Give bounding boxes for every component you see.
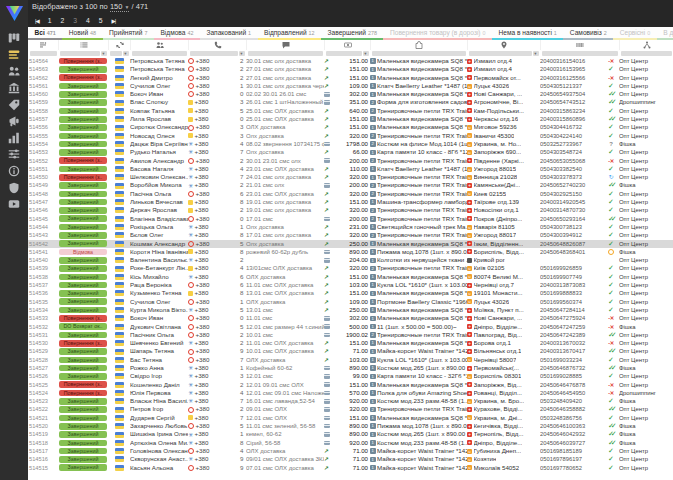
tab-завершений[interactable]: Завершений278 bbox=[321, 27, 383, 40]
sidebar-item-contacts-icon[interactable] bbox=[6, 65, 22, 78]
filter-input[interactable] bbox=[372, 51, 466, 56]
sidebar-item-settings-icon[interactable] bbox=[6, 148, 22, 161]
table-row[interactable]: 514544ЗавершенийРокіцька Ольга✳+3801Олх … bbox=[28, 223, 673, 231]
table-row[interactable]: 514564Повернення (з..Петровська Тетяна+3… bbox=[28, 57, 673, 65]
filter-input[interactable] bbox=[469, 51, 532, 56]
tab-новий[interactable]: Новий48 bbox=[62, 27, 102, 40]
column-header-comment-icon[interactable] bbox=[246, 40, 324, 50]
table-row[interactable]: 514545ЗавершенийБлагінна Владіслава+3800… bbox=[28, 215, 673, 223]
table-row[interactable]: 514530Повернення (з..Шевченко Евгений✳+3… bbox=[28, 339, 673, 347]
table-row[interactable]: 514527ЗавершенийРожко Анна✳+3801Кофейный… bbox=[28, 364, 673, 372]
sidebar-item-deals-icon[interactable] bbox=[6, 98, 22, 111]
filter-input[interactable] bbox=[132, 51, 187, 56]
page-button-3[interactable]: 3 bbox=[73, 17, 77, 24]
filter-input[interactable] bbox=[190, 51, 238, 56]
filter-input[interactable] bbox=[542, 51, 618, 56]
table-row[interactable]: 514533Повернення (з..Бокоч Иван+380011.0… bbox=[28, 314, 673, 322]
filter-input[interactable] bbox=[621, 51, 672, 56]
table-row[interactable]: 514548ЗавершенийПасічна Ольга+380623.01 … bbox=[28, 190, 673, 198]
table-row[interactable]: 514547ЗавершенийЛиньков Вячеслав+380819.… bbox=[28, 198, 673, 206]
sidebar-item-company-icon[interactable] bbox=[6, 82, 22, 95]
sidebar-item-marketing-icon[interactable] bbox=[6, 115, 22, 128]
tab-повернення-товару-в-дорозі-[interactable]: Повернення товару (в дорозі)0 bbox=[383, 27, 492, 40]
column-header-tasks-lines-icon[interactable] bbox=[58, 40, 108, 50]
table-row[interactable]: 514517ЗавершенийГоловінова Олексан...+38… bbox=[28, 447, 673, 455]
tab-відправлений[interactable]: Відправлений12 bbox=[258, 27, 322, 40]
tab-запакований[interactable]: Запакований1 bbox=[200, 27, 258, 40]
table-row[interactable]: 514518ЗавершенийАртюхіна Олена Ми...✳+38… bbox=[28, 439, 673, 447]
table-row[interactable]: 514549ЗавершенийВоробйов Микола✳+380221.… bbox=[28, 181, 673, 189]
column-header-money-icon[interactable] bbox=[324, 40, 370, 50]
filter-dropdown-icon[interactable]: ▼ bbox=[123, 51, 129, 56]
column-header-status-lines-icon[interactable] bbox=[28, 40, 58, 50]
table-row[interactable]: 514526ЗавершенийСвідро Ігор✳+380312.01 с… bbox=[28, 372, 673, 380]
page-button-1[interactable]: 1 bbox=[48, 17, 52, 24]
column-header-phone-icon[interactable] bbox=[188, 40, 246, 50]
table-row[interactable]: 514531ЗавершенийПасічник Ольга+380210.01… bbox=[28, 331, 673, 339]
sidebar-item-dashboard-icon[interactable] bbox=[6, 32, 22, 45]
table-row[interactable]: 514515ЗавершенийКасьян Альона+380907.01 … bbox=[28, 464, 673, 472]
table-row[interactable]: 514532DO Возврат ок..Дукович Світлана+38… bbox=[28, 323, 673, 331]
table-row[interactable]: 514543ЗавершенийБєлов Олег✳+380817.01 см… bbox=[28, 231, 673, 239]
table-row[interactable]: 514519ЗавершенийШишкіна Ірина Олек...✳+3… bbox=[28, 430, 673, 438]
table-row[interactable]: 514554ЗавершенийДацюк Віра Сергіївна✳+38… bbox=[28, 140, 673, 148]
filter-dropdown-icon[interactable]: ▼ bbox=[101, 51, 107, 56]
sidebar-item-video-icon[interactable] bbox=[6, 198, 22, 211]
table-row[interactable]: 514561ЗавершенийСучилов Олег+380130.01 с… bbox=[28, 82, 673, 90]
table-row[interactable]: 514537ЗавершенийРаца Вероніка+380611.01 … bbox=[28, 281, 673, 289]
tab-всі[interactable]: Всі471 bbox=[28, 27, 62, 40]
table-row[interactable]: 514553ЗавершенийРудько Наталья✳+3807Олх … bbox=[28, 148, 673, 156]
sidebar-item-stats-icon[interactable] bbox=[6, 131, 22, 144]
table-row[interactable]: 514538ЗавершенийКісь Михайло✳+3806ОЛХ до… bbox=[28, 273, 673, 281]
table-row[interactable]: 514560ЗавершенийБокоч Иван+380002.02 30.… bbox=[28, 90, 673, 98]
filter-input[interactable] bbox=[326, 51, 362, 56]
table-row[interactable]: 514534ЗавершенийКурта Микола Вікто...✳+3… bbox=[28, 306, 673, 314]
table-row[interactable]: 514556ЗавершенийСиротюк Олександр+3803ОЛ… bbox=[28, 123, 673, 131]
table-row[interactable]: 514525Повернення (з..Кошеленко Даніл✳+38… bbox=[28, 381, 673, 389]
filter-input[interactable] bbox=[110, 51, 122, 56]
column-header-barcode-icon[interactable] bbox=[540, 40, 619, 50]
sidebar-item-orders-icon[interactable] bbox=[6, 48, 22, 61]
table-row[interactable]: 514551ЗавершенийБасова Наталя✳+380423.01… bbox=[28, 165, 673, 173]
table-row[interactable]: 514558ЗавершенийКовпак Татьяна+380525.01… bbox=[28, 107, 673, 115]
tab-в-дорозі-додому[interactable]: В дорозі додому0 bbox=[657, 27, 673, 40]
table-row[interactable]: 514552Повернення (з..Авилов Александр+38… bbox=[28, 157, 673, 165]
filter-dropdown-icon[interactable]: ▼ bbox=[239, 51, 245, 56]
tab-нема-в-наявності[interactable]: Нема в наявності1 bbox=[492, 27, 563, 40]
table-row[interactable]: 514516ЗавершенийСкворунская Анаст...✳+38… bbox=[28, 455, 673, 463]
column-header-share-icon[interactable] bbox=[619, 40, 673, 50]
table-row[interactable]: 514535ЗавершенийСучилов Олег+3801ОЛХ дос… bbox=[28, 298, 673, 306]
table-row[interactable]: 514529ЗавершенийШапарь Тетяна+380910.01 … bbox=[28, 347, 673, 355]
sidebar-item-info-icon[interactable] bbox=[6, 165, 22, 178]
column-header-people-icon[interactable] bbox=[130, 40, 188, 50]
table-row[interactable]: 514524Повернення (з..Юлія Первова✳+38041… bbox=[28, 389, 673, 397]
table-row[interactable]: 514550Повернення (з..Шелковин Олексан...… bbox=[28, 173, 673, 181]
tab-сервісні[interactable]: Сервісні0 bbox=[613, 27, 656, 40]
filter-input[interactable] bbox=[60, 51, 100, 56]
filter-dropdown-icon[interactable]: ▼ bbox=[533, 51, 539, 56]
filter-dropdown-icon[interactable]: ▼ bbox=[363, 51, 369, 56]
tab-відмова[interactable]: Відмова42 bbox=[154, 27, 200, 40]
table-row[interactable]: 514563ЗавершенийПетровська Тетяна+380227… bbox=[28, 65, 673, 73]
filter-input[interactable] bbox=[248, 51, 323, 56]
table-row[interactable]: 514539ЗавершенийРоке-Бетанкурт Лін...+38… bbox=[28, 264, 673, 272]
table-row[interactable]: 514528ЗавершенийБас Тетяна+3807ОЛХ доста… bbox=[28, 356, 673, 364]
table-row[interactable]: 514546ЗавершенийДеркач Ярослав+380219.01… bbox=[28, 206, 673, 214]
table-row[interactable]: 514520ЗавершенийЗахарченко Любовь+380511… bbox=[28, 422, 673, 430]
tab-прийнятий[interactable]: Прийнятий7 bbox=[103, 27, 154, 40]
tab-самовивіз[interactable]: Самовивіз2 bbox=[563, 27, 613, 40]
sidebar-item-security-icon[interactable] bbox=[6, 181, 22, 194]
first-page-button[interactable]: |◀ bbox=[35, 18, 39, 24]
filter-input[interactable] bbox=[30, 51, 57, 56]
table-row[interactable]: 514542ЗавершенийКошмак Александр+3805Олх… bbox=[28, 240, 673, 248]
table-row[interactable]: 514523ЗавершенийВласюк Ніна Василі...✳+3… bbox=[28, 397, 673, 405]
table-row[interactable]: 514555ЗавершенийНовосад Олеся+3803Олх до… bbox=[28, 132, 673, 140]
table-row[interactable]: 514541ВідмоваКоротя Ніна Іванівна+3808ро… bbox=[28, 248, 673, 256]
table-row[interactable]: 514557ЗавершенийЛила Ярослав+380025.01 с… bbox=[28, 115, 673, 123]
column-header-sync-icon[interactable] bbox=[108, 40, 130, 50]
table-row[interactable]: 514540ЗавершенийВалентина Васильє...✳+38… bbox=[28, 256, 673, 264]
page-button-5[interactable]: 5 bbox=[99, 17, 103, 24]
table-row[interactable]: 514559ЗавершенийВлас Слотюу+380326.01 см… bbox=[28, 98, 673, 106]
app-logo-icon[interactable] bbox=[5, 4, 24, 22]
table-row[interactable]: 514522ЗавершенийПетров Ігор+380209.01 см… bbox=[28, 405, 673, 413]
